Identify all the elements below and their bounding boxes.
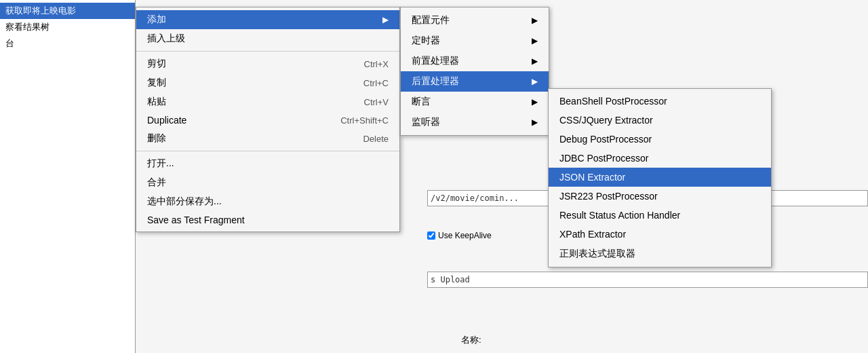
separator-2 [136, 151, 399, 151]
menu-item-result-status-label: Result Status Action Handler [559, 210, 680, 221]
assertion-arrow: ▶ [532, 97, 538, 107]
menu-item-xpath[interactable]: XPath Extractor [549, 225, 771, 244]
left-panel: 获取即将上映电影 察看结果树 台 [0, 0, 136, 353]
menu-item-open-label: 打开... [147, 157, 174, 170]
menu-item-listener[interactable]: 监听器 ▶ [401, 112, 549, 132]
menu-item-open[interactable]: 打开... [136, 154, 399, 173]
menu-item-add[interactable]: 添加 ▶ [136, 10, 399, 29]
menu-item-jdbc[interactable]: JDBC PostProcessor [549, 149, 771, 168]
menu-item-debug-label: Debug PostProcessor [559, 134, 652, 145]
menu-item-paste-label: 粘贴 [147, 96, 166, 108]
menu-item-cut-shortcut: Ctrl+X [364, 59, 389, 69]
menu-item-beanshell-label: BeanShell PostProcessor [559, 96, 667, 107]
menu-item-save-selected-label: 选中部分保存为... [147, 196, 222, 208]
menu-item-css-jquery[interactable]: CSS/JQuery Extractor [549, 111, 771, 130]
keepalive-checkbox[interactable] [427, 231, 435, 240]
menu-item-json-extractor[interactable]: JSON Extractor [549, 168, 771, 187]
menu-item-config-label: 配置元件 [412, 14, 450, 26]
menu-item-add-label: 添加 [147, 14, 166, 26]
menu-item-duplicate-shortcut: Ctrl+Shift+C [340, 115, 389, 126]
menu-item-debug[interactable]: Debug PostProcessor [549, 130, 771, 149]
upload-bar: s Upload [427, 272, 868, 288]
left-panel-item-1[interactable]: 获取即将上映电影 [0, 3, 135, 19]
menu-item-insert-parent[interactable]: 插入上级 [136, 29, 399, 48]
menu-item-jsr223-label: JSR223 PostProcessor [559, 191, 658, 202]
menu-item-config[interactable]: 配置元件 ▶ [401, 10, 549, 31]
menu-item-cut-label: 剪切 [147, 58, 166, 70]
menu-item-paste[interactable]: 粘贴 Ctrl+V [136, 92, 399, 111]
menu-item-jsr223[interactable]: JSR223 PostProcessor [549, 187, 771, 206]
context-menu-2: 配置元件 ▶ 定时器 ▶ 前置处理器 ▶ 后置处理器 ▶ 断言 ▶ 监听器 ▶ [400, 7, 549, 136]
menu-item-save-fragment-label: Save as Test Fragment [147, 215, 245, 225]
menu-item-copy[interactable]: 复制 Ctrl+C [136, 73, 399, 92]
context-menu-1: 添加 ▶ 插入上级 剪切 Ctrl+X 复制 Ctrl+C 粘贴 Ctrl+V … [136, 7, 400, 232]
menu-item-pre-processor[interactable]: 前置处理器 ▶ [401, 51, 549, 71]
menu-item-delete[interactable]: 删除 Delete [136, 129, 399, 148]
url-text: /v2/movie/comin... [431, 193, 519, 203]
upload-text: s Upload [431, 275, 470, 284]
menu-item-assertion[interactable]: 断言 ▶ [401, 92, 549, 112]
menu-item-timer[interactable]: 定时器 ▶ [401, 31, 549, 51]
keepalive-area: Use KeepAlive [427, 231, 492, 240]
menu-item-post-processor[interactable]: 后置处理器 ▶ [401, 71, 549, 92]
menu-item-regex[interactable]: 正则表达式提取器 [549, 244, 771, 264]
timer-arrow: ▶ [532, 36, 538, 45]
config-arrow: ▶ [532, 16, 538, 25]
menu-item-result-status[interactable]: Result Status Action Handler [549, 206, 771, 225]
menu-item-copy-shortcut: Ctrl+C [363, 78, 389, 88]
menu-item-duplicate-label: Duplicate [147, 115, 186, 126]
context-menu-3: BeanShell PostProcessor CSS/JQuery Extra… [548, 88, 772, 267]
menu-item-css-jquery-label: CSS/JQuery Extractor [559, 115, 653, 126]
menu-item-copy-label: 复制 [147, 77, 166, 89]
left-panel-item-2[interactable]: 察看结果树 [0, 19, 135, 35]
menu-item-beanshell[interactable]: BeanShell PostProcessor [549, 92, 771, 111]
keepalive-label: Use KeepAlive [438, 231, 492, 240]
menu-item-merge-label: 合并 [147, 176, 166, 189]
menu-item-listener-label: 监听器 [412, 116, 440, 128]
submenu-arrow: ▶ [382, 15, 389, 24]
pre-processor-arrow: ▶ [532, 56, 538, 66]
menu-item-merge[interactable]: 合并 [136, 173, 399, 192]
menu-item-json-extractor-label: JSON Extractor [559, 172, 625, 183]
menu-item-timer-label: 定时器 [412, 35, 440, 47]
post-processor-arrow: ▶ [532, 77, 538, 86]
menu-item-save-selected[interactable]: 选中部分保存为... [136, 192, 399, 211]
menu-item-duplicate[interactable]: Duplicate Ctrl+Shift+C [136, 111, 399, 129]
left-panel-item-3[interactable]: 台 [0, 35, 135, 52]
menu-item-paste-shortcut: Ctrl+V [364, 97, 389, 107]
menu-item-insert-parent-label: 插入上级 [147, 33, 185, 45]
menu-item-save-fragment[interactable]: Save as Test Fragment [136, 211, 399, 229]
menu-item-regex-label: 正则表达式提取器 [559, 248, 635, 260]
menu-item-post-processor-label: 后置处理器 [412, 75, 459, 88]
separator-1 [136, 51, 399, 52]
name-label: 名称: [461, 334, 481, 346]
menu-item-assertion-label: 断言 [412, 96, 431, 108]
menu-item-jdbc-label: JDBC PostProcessor [559, 153, 648, 164]
menu-item-delete-shortcut: Delete [363, 134, 389, 144]
menu-item-xpath-label: XPath Extractor [559, 229, 626, 240]
menu-item-pre-processor-label: 前置处理器 [412, 55, 459, 67]
menu-item-cut[interactable]: 剪切 Ctrl+X [136, 54, 399, 73]
menu-item-delete-label: 删除 [147, 132, 166, 145]
listener-arrow: ▶ [532, 117, 538, 127]
